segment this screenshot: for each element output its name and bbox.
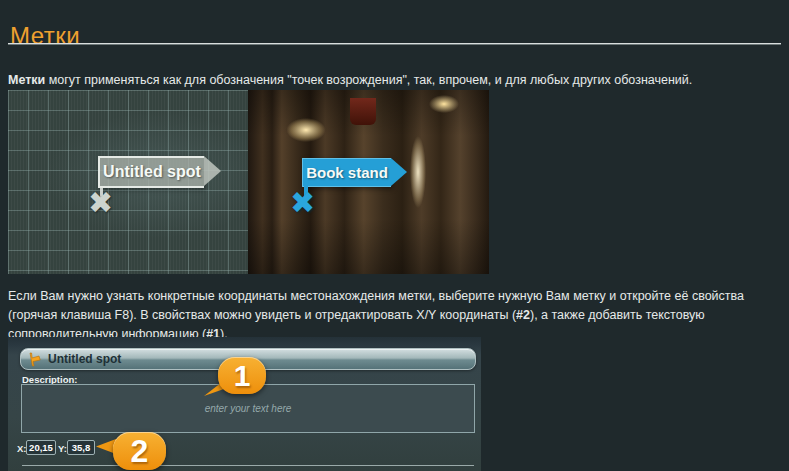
marker-x-icon: ✖ [88,188,113,218]
title-divider [8,43,781,45]
spot-marker-label: Untitled spot [103,163,201,181]
callout-1-badge: 1 [218,357,266,394]
marker-x-icon: ✖ [290,188,315,218]
intro-lead: Метки [8,73,45,87]
dialog-title: Untitled spot [48,352,121,366]
page-title: Метки [10,22,80,50]
wall-banner-decor [350,98,376,125]
y-coordinate-field: 35,8 [67,440,95,455]
spot-marker-label: Book stand [306,164,388,181]
intro-paragraph: Метки могут применяться как для обозначе… [8,71,786,89]
marker-arrow-tip-icon [391,158,407,186]
properties-dialog-screenshot: Untitled spot Description: enter your te… [8,337,481,471]
x-coordinate-field: 20,15 [26,440,56,455]
ref-2: #2 [516,308,530,322]
spot-marker-unselected: Untitled spot [98,156,204,188]
map-screenshot: Untitled spot ✖ Book stand ✖ [8,90,489,274]
marker-arrow-tip-icon [204,156,221,186]
instructions-paragraph: Если Вам нужно узнать конкретные координ… [8,287,786,344]
intro-text: могут применяться как для обозначения "т… [45,73,692,87]
dialog-divider [22,465,474,466]
spot-flag-icon [27,352,42,367]
spot-marker-selected: Book stand [302,158,391,187]
description-placeholder: enter your text here [205,403,292,414]
callout-2-badge: 2 [113,432,166,470]
y-coordinate-label: Y: [58,443,67,454]
documentation-page: Метки Метки могут применяться как для об… [0,0,789,471]
